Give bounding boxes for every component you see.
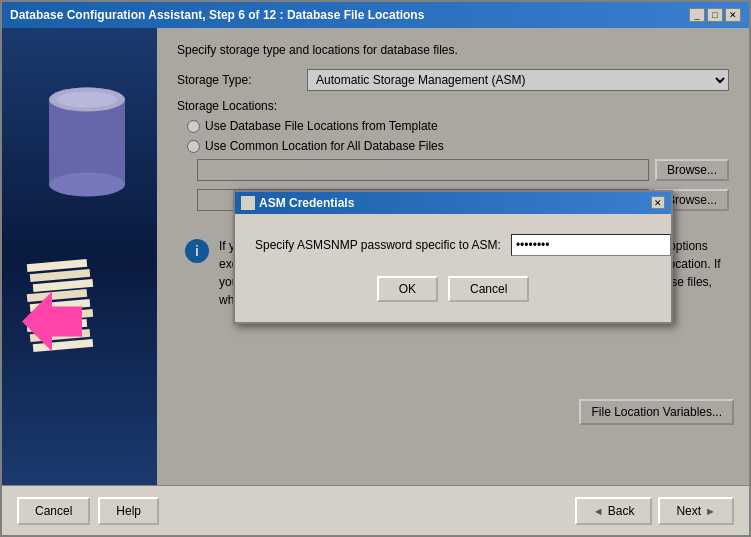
main-content: Specify storage type and locations for d…: [2, 28, 749, 485]
right-panel: Specify storage type and locations for d…: [157, 28, 749, 485]
modal-close-button[interactable]: ✕: [651, 196, 665, 209]
window-title: Database Configuration Assistant, Step 6…: [10, 8, 424, 22]
cancel-button[interactable]: Cancel: [17, 497, 90, 525]
modal-overlay: ASM Credentials ✕ Specify ASMSNMP passwo…: [157, 28, 749, 485]
modal-buttons: OK Cancel: [255, 276, 651, 307]
panel-illustration: [2, 28, 157, 485]
back-label: Back: [608, 504, 635, 518]
back-arrow-icon: ◄: [593, 505, 604, 517]
minimize-button[interactable]: _: [689, 8, 705, 22]
help-button[interactable]: Help: [98, 497, 159, 525]
maximize-button[interactable]: □: [707, 8, 723, 22]
next-label: Next: [676, 504, 701, 518]
svg-point-4: [57, 92, 117, 108]
title-bar-buttons: _ □ ✕: [689, 8, 741, 22]
bottom-left-buttons: Cancel Help: [17, 497, 159, 525]
bottom-bar: Cancel Help ◄ Back Next ►: [2, 485, 749, 535]
modal-content: Specify ASMSNMP password specific to ASM…: [235, 214, 671, 322]
window-close-button[interactable]: ✕: [725, 8, 741, 22]
modal-ok-button[interactable]: OK: [377, 276, 438, 302]
svg-point-2: [49, 173, 125, 197]
asm-password-input[interactable]: [511, 234, 671, 256]
asm-credentials-modal: ASM Credentials ✕ Specify ASMSNMP passwo…: [233, 190, 673, 324]
modal-password-row: Specify ASMSNMP password specific to ASM…: [255, 234, 651, 256]
back-button[interactable]: ◄ Back: [575, 497, 653, 525]
next-arrow-icon: ►: [705, 505, 716, 517]
modal-title-icon: [241, 196, 255, 210]
svg-rect-1: [49, 100, 125, 185]
modal-title-bar: ASM Credentials ✕: [235, 192, 671, 214]
modal-title-text: ASM Credentials: [259, 196, 651, 210]
left-panel: [2, 28, 157, 485]
main-window: Database Configuration Assistant, Step 6…: [0, 0, 751, 537]
title-bar: Database Configuration Assistant, Step 6…: [2, 2, 749, 28]
bottom-right-buttons: ◄ Back Next ►: [575, 497, 734, 525]
modal-cancel-button[interactable]: Cancel: [448, 276, 529, 302]
modal-password-label: Specify ASMSNMP password specific to ASM…: [255, 238, 501, 252]
next-button[interactable]: Next ►: [658, 497, 734, 525]
